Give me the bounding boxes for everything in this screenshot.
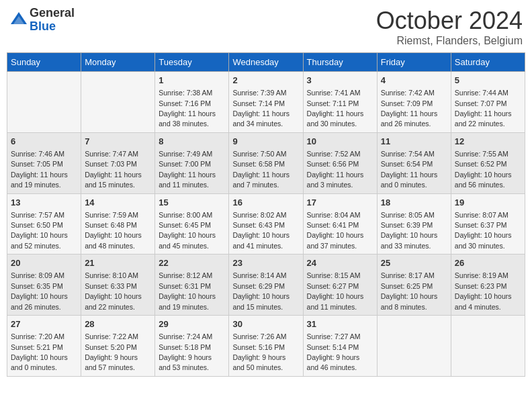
day-number: 31: [307, 318, 373, 330]
day-info: Sunrise: 8:12 AMSunset: 6:31 PMDaylight:…: [159, 271, 216, 310]
day-info: Sunrise: 7:54 AMSunset: 6:54 PMDaylight:…: [381, 150, 438, 189]
day-info: Sunrise: 7:27 AMSunset: 5:14 PMDaylight:…: [307, 332, 361, 371]
calendar-week-row: 20Sunrise: 8:09 AMSunset: 6:35 PMDayligh…: [7, 255, 525, 316]
logo-general-text: General: [30, 7, 75, 20]
calendar-cell: 14Sunrise: 7:59 AMSunset: 6:48 PMDayligh…: [81, 193, 155, 255]
calendar-cell: 20Sunrise: 8:09 AMSunset: 6:35 PMDayligh…: [7, 255, 81, 316]
day-number: 15: [159, 197, 225, 209]
calendar-cell: 1Sunrise: 7:38 AMSunset: 7:16 PMDaylight…: [155, 72, 229, 133]
calendar-cell: 23Sunrise: 8:14 AMSunset: 6:29 PMDayligh…: [229, 255, 303, 316]
day-number: 3: [307, 75, 373, 87]
calendar-cell: 7Sunrise: 7:47 AMSunset: 7:03 PMDaylight…: [81, 132, 155, 193]
day-number: 21: [85, 257, 151, 269]
day-info: Sunrise: 7:24 AMSunset: 5:18 PMDaylight:…: [159, 332, 212, 371]
day-info: Sunrise: 8:10 AMSunset: 6:33 PMDaylight:…: [85, 271, 142, 310]
day-number: 4: [381, 75, 447, 87]
calendar-cell: 9Sunrise: 7:50 AMSunset: 6:58 PMDaylight…: [229, 132, 303, 193]
calendar-cell: 29Sunrise: 7:24 AMSunset: 5:18 PMDayligh…: [155, 316, 229, 377]
calendar-cell: [7, 72, 81, 133]
calendar-cell: 5Sunrise: 7:44 AMSunset: 7:07 PMDaylight…: [451, 72, 525, 133]
day-info: Sunrise: 7:38 AMSunset: 7:16 PMDaylight:…: [159, 89, 216, 128]
day-of-week-header: Friday: [377, 53, 451, 72]
calendar-cell: 22Sunrise: 8:12 AMSunset: 6:31 PMDayligh…: [155, 255, 229, 316]
day-info: Sunrise: 7:44 AMSunset: 7:07 PMDaylight:…: [455, 89, 512, 128]
logo-text: General Blue: [30, 7, 75, 34]
day-info: Sunrise: 7:26 AMSunset: 5:16 PMDaylight:…: [232, 332, 286, 371]
day-info: Sunrise: 8:19 AMSunset: 6:23 PMDaylight:…: [455, 271, 512, 310]
day-of-week-header: Monday: [81, 53, 155, 72]
day-info: Sunrise: 8:17 AMSunset: 6:25 PMDaylight:…: [381, 271, 438, 310]
day-number: 17: [307, 197, 373, 209]
calendar-cell: 3Sunrise: 7:41 AMSunset: 7:11 PMDaylight…: [303, 72, 377, 133]
calendar-cell: 13Sunrise: 7:57 AMSunset: 6:50 PMDayligh…: [7, 193, 81, 255]
day-info: Sunrise: 8:05 AMSunset: 6:39 PMDaylight:…: [381, 211, 438, 250]
page-header: General Blue October 2024 Riemst, Flande…: [7, 7, 525, 47]
calendar-cell: 27Sunrise: 7:20 AMSunset: 5:21 PMDayligh…: [7, 316, 81, 377]
calendar-week-row: 13Sunrise: 7:57 AMSunset: 6:50 PMDayligh…: [7, 193, 525, 255]
day-info: Sunrise: 7:59 AMSunset: 6:48 PMDaylight:…: [85, 211, 142, 250]
day-number: 22: [159, 257, 225, 269]
day-info: Sunrise: 8:00 AMSunset: 6:45 PMDaylight:…: [159, 211, 216, 250]
day-number: 27: [11, 318, 77, 330]
day-number: 29: [159, 318, 225, 330]
calendar-cell: [377, 316, 451, 377]
calendar-cell: 11Sunrise: 7:54 AMSunset: 6:54 PMDayligh…: [377, 132, 451, 193]
calendar-cell: 24Sunrise: 8:15 AMSunset: 6:27 PMDayligh…: [303, 255, 377, 316]
day-number: 18: [381, 197, 447, 209]
day-info: Sunrise: 7:22 AMSunset: 5:20 PMDaylight:…: [85, 332, 138, 371]
calendar-cell: [81, 72, 155, 133]
calendar-cell: 12Sunrise: 7:55 AMSunset: 6:52 PMDayligh…: [451, 132, 525, 193]
calendar-cell: 26Sunrise: 8:19 AMSunset: 6:23 PMDayligh…: [451, 255, 525, 316]
day-number: 20: [11, 257, 77, 269]
day-info: Sunrise: 8:07 AMSunset: 6:37 PMDaylight:…: [455, 211, 512, 250]
day-of-week-header: Sunday: [7, 53, 81, 72]
day-number: 23: [232, 257, 299, 269]
calendar-cell: 8Sunrise: 7:49 AMSunset: 7:00 PMDaylight…: [155, 132, 229, 193]
calendar-table: SundayMondayTuesdayWednesdayThursdayFrid…: [7, 52, 525, 377]
day-info: Sunrise: 7:50 AMSunset: 6:58 PMDaylight:…: [232, 150, 290, 189]
day-info: Sunrise: 8:09 AMSunset: 6:35 PMDaylight:…: [11, 271, 68, 310]
calendar-cell: 17Sunrise: 8:04 AMSunset: 6:41 PMDayligh…: [303, 193, 377, 255]
calendar-cell: 25Sunrise: 8:17 AMSunset: 6:25 PMDayligh…: [377, 255, 451, 316]
days-header-row: SundayMondayTuesdayWednesdayThursdayFrid…: [7, 53, 525, 72]
day-info: Sunrise: 7:42 AMSunset: 7:09 PMDaylight:…: [381, 89, 438, 128]
calendar-week-row: 1Sunrise: 7:38 AMSunset: 7:16 PMDaylight…: [7, 72, 525, 133]
day-number: 16: [232, 197, 299, 209]
day-info: Sunrise: 7:57 AMSunset: 6:50 PMDaylight:…: [11, 211, 68, 250]
calendar-cell: 30Sunrise: 7:26 AMSunset: 5:16 PMDayligh…: [229, 316, 303, 377]
day-of-week-header: Tuesday: [155, 53, 229, 72]
day-number: 2: [232, 75, 299, 87]
day-info: Sunrise: 8:15 AMSunset: 6:27 PMDaylight:…: [307, 271, 364, 310]
calendar-cell: 4Sunrise: 7:42 AMSunset: 7:09 PMDaylight…: [377, 72, 451, 133]
day-info: Sunrise: 7:52 AMSunset: 6:56 PMDaylight:…: [307, 150, 364, 189]
calendar-week-row: 6Sunrise: 7:46 AMSunset: 7:05 PMDaylight…: [7, 132, 525, 193]
calendar-cell: 31Sunrise: 7:27 AMSunset: 5:14 PMDayligh…: [303, 316, 377, 377]
day-of-week-header: Wednesday: [229, 53, 303, 72]
day-number: 11: [381, 136, 447, 148]
calendar-cell: 19Sunrise: 8:07 AMSunset: 6:37 PMDayligh…: [451, 193, 525, 255]
day-info: Sunrise: 8:04 AMSunset: 6:41 PMDaylight:…: [307, 211, 364, 250]
logo-icon: [9, 11, 28, 30]
day-info: Sunrise: 7:20 AMSunset: 5:21 PMDaylight:…: [11, 332, 68, 371]
calendar-title: October 2024: [376, 7, 523, 35]
title-block: October 2024 Riemst, Flanders, Belgium: [376, 7, 523, 47]
day-info: Sunrise: 8:14 AMSunset: 6:29 PMDaylight:…: [232, 271, 290, 310]
calendar-cell: 18Sunrise: 8:05 AMSunset: 6:39 PMDayligh…: [377, 193, 451, 255]
calendar-cell: 16Sunrise: 8:02 AMSunset: 6:43 PMDayligh…: [229, 193, 303, 255]
day-number: 19: [455, 197, 521, 209]
day-info: Sunrise: 7:49 AMSunset: 7:00 PMDaylight:…: [159, 150, 216, 189]
day-number: 25: [381, 257, 447, 269]
day-info: Sunrise: 7:41 AMSunset: 7:11 PMDaylight:…: [307, 89, 364, 128]
day-number: 12: [455, 136, 521, 148]
day-info: Sunrise: 7:46 AMSunset: 7:05 PMDaylight:…: [11, 150, 68, 189]
day-number: 6: [11, 136, 77, 148]
logo: General Blue: [9, 7, 75, 34]
day-of-week-header: Thursday: [303, 53, 377, 72]
day-number: 30: [232, 318, 299, 330]
day-number: 13: [11, 197, 77, 209]
day-of-week-header: Saturday: [451, 53, 525, 72]
day-number: 28: [85, 318, 151, 330]
calendar-cell: 15Sunrise: 8:00 AMSunset: 6:45 PMDayligh…: [155, 193, 229, 255]
calendar-cell: 21Sunrise: 8:10 AMSunset: 6:33 PMDayligh…: [81, 255, 155, 316]
day-info: Sunrise: 7:39 AMSunset: 7:14 PMDaylight:…: [232, 89, 290, 128]
